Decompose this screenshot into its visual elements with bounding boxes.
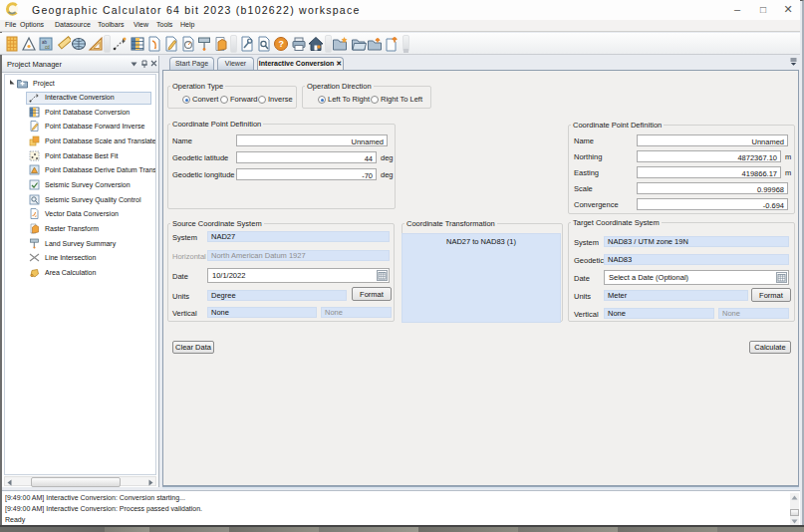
svg-text:cd: cd [45, 45, 50, 50]
svg-text:?: ? [279, 39, 285, 49]
svg-text:ab: ab [42, 40, 48, 45]
